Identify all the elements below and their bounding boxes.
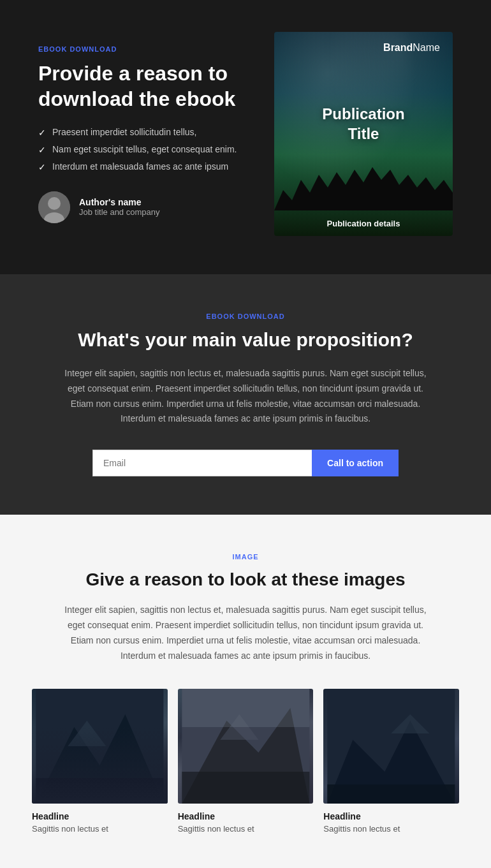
image-mountain-2 <box>178 689 314 804</box>
book-cover: BrandName Publication Title Publication … <box>274 32 453 236</box>
image-subtext-2: Sagittis non lectus et <box>178 824 314 834</box>
value-title: What's your main value proposition? <box>51 329 440 351</box>
svg-point-1 <box>48 197 61 210</box>
book-publication-details: Publication details <box>274 219 453 228</box>
image-subtext-3: Sagittis non lectus et <box>323 824 459 834</box>
author-job-title: Job title and company <box>79 207 159 217</box>
hero-ebook-label: EBOOK DOWNLOAD <box>38 45 255 53</box>
check-icon: ✓ <box>38 145 46 155</box>
email-form: Call to action <box>92 450 399 476</box>
hero-left: EBOOK DOWNLOAD Provide a reason to downl… <box>38 45 255 223</box>
value-ebook-label: EBOOK DOWNLOAD <box>51 313 440 320</box>
list-item: ✓ Praesent imperdiet sollicitudin tellus… <box>38 127 255 138</box>
value-description: Integer elit sapien, sagittis non lectus… <box>61 366 430 427</box>
image-card-3: Headline Sagittis non lectus et <box>323 689 459 834</box>
image-headline-3: Headline <box>323 811 459 821</box>
image-mountain-3 <box>323 689 459 804</box>
hero-checklist: ✓ Praesent imperdiet sollicitudin tellus… <box>38 127 255 172</box>
book-brand: BrandName <box>383 42 440 54</box>
image-subtext-1: Sagittis non lectus et <box>32 824 168 834</box>
list-item: ✓ Nam eget suscipit tellus, eget consequ… <box>38 144 255 155</box>
svg-marker-4 <box>36 714 163 804</box>
author-block: Author's name Job title and company <box>38 191 255 223</box>
svg-rect-3 <box>36 689 163 804</box>
hero-section: EBOOK DOWNLOAD Provide a reason to downl… <box>0 0 491 274</box>
check-icon: ✓ <box>38 162 46 172</box>
svg-rect-6 <box>36 778 163 804</box>
list-item: ✓ Interdum et malesuada fames ac ante ip… <box>38 161 255 172</box>
image-section: IMAGE Give a reason to look at these ima… <box>0 515 491 868</box>
author-info: Author's name Job title and company <box>79 197 159 217</box>
svg-rect-15 <box>328 784 455 804</box>
value-prop-section: EBOOK DOWNLOAD What's your main value pr… <box>0 274 491 515</box>
author-name: Author's name <box>79 197 159 207</box>
book-publication-title: Publication Title <box>322 104 404 143</box>
image-mountain-1 <box>32 689 168 804</box>
avatar <box>38 191 70 223</box>
image-section-label: IMAGE <box>32 553 459 561</box>
image-section-desc: Integer elit sapien, sagittis non lectus… <box>61 603 430 663</box>
check-icon: ✓ <box>38 128 46 138</box>
cta-button[interactable]: Call to action <box>312 450 399 476</box>
svg-rect-11 <box>182 689 309 727</box>
svg-rect-10 <box>182 772 309 804</box>
image-section-title: Give a reason to look at these images <box>32 570 459 590</box>
image-headline-2: Headline <box>178 811 314 821</box>
email-input[interactable] <box>92 450 312 476</box>
image-headline-1: Headline <box>32 811 168 821</box>
image-grid: Headline Sagittis non lectus et Headline… <box>32 689 459 834</box>
image-card-2: Headline Sagittis non lectus et <box>178 689 314 834</box>
hero-title: Provide a reason to download the ebook <box>38 61 255 112</box>
image-card-1: Headline Sagittis non lectus et <box>32 689 168 834</box>
